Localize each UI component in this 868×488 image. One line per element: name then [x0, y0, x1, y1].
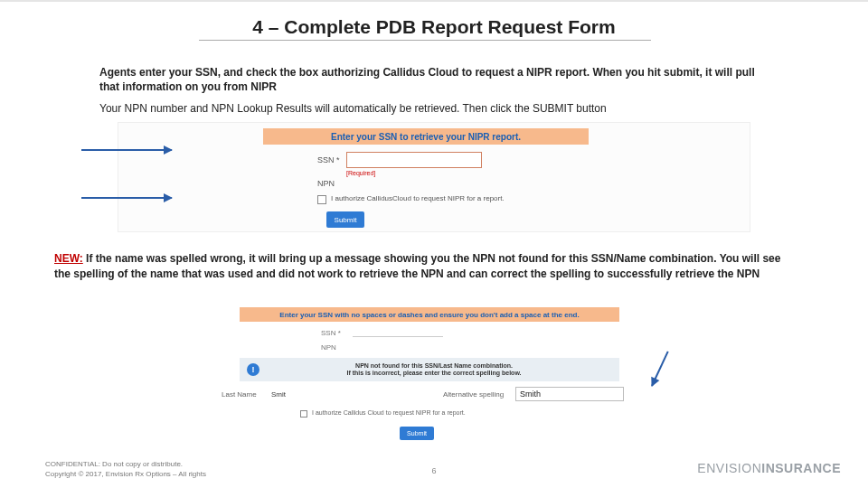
- info-icon: !: [247, 363, 259, 376]
- new-note: NEW: If the name was spelled wrong, it w…: [54, 251, 796, 282]
- npn-label-2: NPN: [321, 343, 336, 352]
- notice-text: NPN not found for this SSN/Last Name com…: [267, 362, 619, 378]
- ssn-label-2: SSN *: [321, 329, 341, 337]
- alt-spelling-label: Alternative spelling: [443, 390, 504, 399]
- authorize-checkbox[interactable]: [317, 195, 326, 204]
- submit-button[interactable]: Submit: [326, 211, 364, 228]
- ssn-banner-2: Enter your SSN with no spaces or dashes …: [240, 307, 619, 322]
- new-label: NEW:: [54, 252, 83, 265]
- page-number: 6: [431, 466, 436, 475]
- submit-button-2[interactable]: Submit: [400, 427, 434, 440]
- brand-thin: ENVISION: [697, 461, 761, 475]
- brand-logo: ENVISIONINSURANCE: [697, 461, 841, 475]
- ssn-label: SSN *: [317, 155, 340, 164]
- authorize-checkbox-label-2: I authorize Callidus Cloud to request NI…: [312, 409, 466, 416]
- authorize-checkbox-label: I authorize CallidusCloud to request NIP…: [331, 194, 505, 202]
- ssn-input-2[interactable]: [353, 326, 443, 337]
- arrow-icon: [81, 149, 172, 151]
- npn-not-found-notice: ! NPN not found for this SSN/Last Name c…: [240, 358, 619, 381]
- footer-confidential: CONFIDENTIAL: Do not copy or distribute.…: [45, 460, 206, 479]
- screenshot-2: Enter your SSN with no spaces or dashes …: [203, 307, 656, 443]
- ssn-banner: Enter your SSN to retrieve your NIPR rep…: [263, 128, 589, 145]
- last-name-label: Last Name: [222, 390, 257, 399]
- screenshot-1: Enter your SSN to retrieve your NIPR rep…: [118, 122, 750, 232]
- required-hint: [Required]: [346, 170, 375, 176]
- intro-paragraph-1: Agents enter your SSN, and check the box…: [99, 65, 769, 94]
- brand-bold: INSURANCE: [761, 461, 841, 475]
- intro-paragraph-2: Your NPN number and NPN Lookup Results w…: [99, 101, 769, 116]
- last-name-value: Smit: [271, 390, 286, 399]
- top-border: [0, 0, 868, 2]
- alt-spelling-input[interactable]: Smith: [515, 387, 624, 401]
- title-underline: [199, 40, 651, 41]
- authorize-checkbox-2[interactable]: [300, 410, 307, 418]
- ssn-input[interactable]: [346, 152, 482, 168]
- page-title: 4 – Complete PDB Report Request Form: [0, 16, 868, 38]
- new-text: If the name was spelled wrong, it will b…: [54, 252, 780, 280]
- arrow-icon: [81, 197, 172, 199]
- npn-label: NPN: [317, 179, 335, 188]
- slide: 4 – Complete PDB Report Request Form Age…: [0, 0, 868, 488]
